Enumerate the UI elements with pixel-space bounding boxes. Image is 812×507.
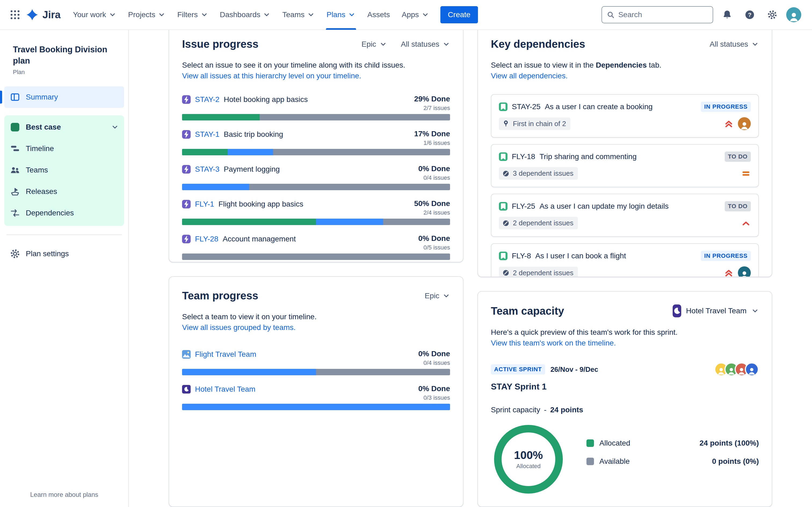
issue-title: As a user I can create a booking xyxy=(545,103,697,111)
team-row[interactable]: Hotel Travel Team 0% Done 0/3 issues xyxy=(182,384,450,410)
team-capacity-card: Team capacity Hotel Travel Team Here's a… xyxy=(477,291,772,507)
team-row[interactable]: Flight Travel Team 0% Done 0/4 issues xyxy=(182,349,450,375)
issue-key-link[interactable]: FLY-28 xyxy=(195,235,218,243)
plan-type-label: Plan xyxy=(13,69,115,76)
app-switcher-button[interactable] xyxy=(6,6,23,23)
sidebar-item-timeline[interactable]: Timeline xyxy=(4,138,124,159)
card-description: Here's a quick preview of this team's wo… xyxy=(491,327,759,338)
hotel-team-avatar xyxy=(182,385,191,394)
person-icon xyxy=(747,366,756,375)
status-filter-dropdown[interactable]: All statuses xyxy=(401,40,450,49)
issue-key: STAY-25 xyxy=(512,103,541,111)
view-teams-link[interactable]: View all issues grouped by teams. xyxy=(182,323,296,332)
create-button[interactable]: Create xyxy=(440,6,478,23)
jira-logo[interactable]: Jira xyxy=(26,8,61,21)
chain-chip: First in chain of 2 xyxy=(499,117,570,130)
team-name-link[interactable]: Flight Travel Team xyxy=(195,350,256,359)
hierarchy-filter-dropdown[interactable]: Epic xyxy=(361,40,387,49)
learn-more-link[interactable]: Learn more about plans xyxy=(0,491,129,498)
nav-item-label: Apps xyxy=(402,10,419,19)
nav-item-your-work[interactable]: Your work xyxy=(67,0,122,30)
help-button[interactable]: ? xyxy=(741,6,758,23)
view-all-issues-link[interactable]: View all issues at this hierarchy level … xyxy=(182,72,361,80)
nav-item-label: Your work xyxy=(73,10,106,19)
dependency-item[interactable]: FLY-18 Trip sharing and commenting TO DO… xyxy=(491,144,759,187)
issue-title: As a user I can update my login details xyxy=(540,202,720,211)
settings-button[interactable] xyxy=(764,6,781,23)
nav-item-apps[interactable]: Apps xyxy=(396,0,435,30)
progress-bar xyxy=(182,149,450,155)
team-progress-rows: Flight Travel Team 0% Done 0/4 issues xyxy=(182,349,450,410)
nav-item-plans[interactable]: Plans xyxy=(321,0,361,30)
done-segment xyxy=(182,219,316,225)
issue-row[interactable]: STAY-1 Basic trip booking 17% Done 1/6 i… xyxy=(182,129,450,155)
done-percent: 29% Done xyxy=(414,94,450,104)
epic-icon xyxy=(182,95,191,104)
legend-value: 0 points (0%) xyxy=(712,457,759,466)
dropdown-value: Epic xyxy=(425,292,439,300)
view-team-timeline-link[interactable]: View this team's work on the timeline. xyxy=(491,339,616,347)
team-selector-dropdown[interactable]: Hotel Travel Team xyxy=(673,304,759,317)
donut-percent: 100% xyxy=(514,449,543,462)
scenario-selector[interactable]: Best case xyxy=(4,116,124,138)
dependency-icon xyxy=(502,269,510,277)
user-avatar[interactable] xyxy=(786,7,801,22)
status-badge: IN PROGRESS xyxy=(701,102,751,112)
nav-item-dashboards[interactable]: Dashboards xyxy=(214,0,276,30)
notifications-button[interactable] xyxy=(719,6,736,23)
teams-icon xyxy=(10,165,20,175)
nav-item-assets[interactable]: Assets xyxy=(361,0,396,30)
nav-item-projects[interactable]: Projects xyxy=(122,0,171,30)
nav-item-filters[interactable]: Filters xyxy=(171,0,214,30)
search-input[interactable] xyxy=(618,10,708,19)
progress-bar xyxy=(182,184,450,190)
search-box[interactable] xyxy=(602,6,713,23)
dependency-item[interactable]: FLY-8 As I user I can book a flight IN P… xyxy=(491,243,759,277)
issue-title: Trip sharing and commenting xyxy=(540,152,720,161)
issue-key-link[interactable]: FLY-1 xyxy=(195,200,214,209)
dependency-item[interactable]: FLY-25 As a user I can update my login d… xyxy=(491,194,759,237)
nav-item-label: Assets xyxy=(367,10,390,19)
issue-key-link[interactable]: STAY-1 xyxy=(195,130,219,139)
dependent-issues-chip: 2 dependent issues xyxy=(499,267,578,277)
card-title: Team capacity xyxy=(491,305,564,317)
view-all-dependencies-link[interactable]: View all dependencies. xyxy=(491,72,568,80)
apps-grid-icon xyxy=(10,9,20,20)
plan-header: Travel Booking Division plan Plan xyxy=(0,44,129,76)
nav-item-teams[interactable]: Teams xyxy=(276,0,320,30)
capacity-separator: - xyxy=(544,406,547,414)
sidebar-item-teams[interactable]: Teams xyxy=(4,159,124,181)
epic-icon xyxy=(182,235,191,243)
issue-row[interactable]: STAY-2 Hotel booking app basics 29% Done… xyxy=(182,94,450,120)
capacity-chart-row: 100% Allocated Allocated 24 points (100%… xyxy=(491,425,759,494)
progress-bar xyxy=(182,219,450,225)
issue-row[interactable]: FLY-28 Account management 0% Done 0/5 is… xyxy=(182,234,450,260)
chevron-down-icon xyxy=(751,41,759,48)
sidebar-item-label: Teams xyxy=(26,166,48,174)
done-percent: 0% Done xyxy=(418,384,450,394)
chevron-down-icon xyxy=(201,11,208,18)
nav-item-label: Plans xyxy=(326,10,345,19)
issue-title: As I user I can book a flight xyxy=(536,251,697,260)
dropdown-value: All statuses xyxy=(401,40,439,49)
sidebar-item-summary[interactable]: Summary xyxy=(4,87,124,108)
progress-bar xyxy=(182,404,450,410)
priority-high-icon xyxy=(741,218,751,228)
issue-key-link[interactable]: STAY-3 xyxy=(195,165,219,174)
sidebar-item-plan-settings[interactable]: Plan settings xyxy=(4,243,124,264)
chevron-down-icon xyxy=(109,11,116,18)
hierarchy-filter-dropdown[interactable]: Epic xyxy=(425,292,450,300)
chip-label: 2 dependent issues xyxy=(513,269,573,277)
issue-row[interactable]: FLY-1 Flight booking app basics 50% Done… xyxy=(182,199,450,225)
epic-icon xyxy=(182,130,191,139)
team-name-link[interactable]: Hotel Travel Team xyxy=(195,385,255,394)
status-filter-dropdown[interactable]: All statuses xyxy=(710,40,759,49)
issue-row[interactable]: STAY-3 Payment logging 0% Done 0/4 issue… xyxy=(182,164,450,190)
sidebar-item-releases[interactable]: Releases xyxy=(4,181,124,202)
card-title: Issue progress xyxy=(182,38,259,50)
done-segment xyxy=(182,149,228,155)
issue-key-link[interactable]: STAY-2 xyxy=(195,95,219,104)
sidebar-item-dependencies[interactable]: Dependencies xyxy=(4,202,124,224)
issue-title: Hotel booking app basics xyxy=(224,95,308,104)
dependency-item[interactable]: STAY-25 As a user I can create a booking… xyxy=(491,94,759,137)
